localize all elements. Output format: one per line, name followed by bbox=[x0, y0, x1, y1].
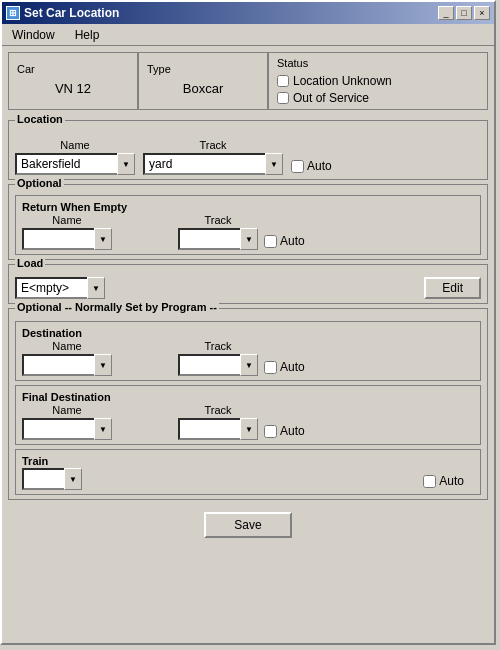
location-name-select-wrapper: Bakersfield ▼ bbox=[15, 153, 135, 175]
content-area: Car VN 12 Type Boxcar Status Location Un… bbox=[2, 46, 494, 548]
edit-button[interactable]: Edit bbox=[424, 277, 481, 299]
optional-name-select-wrapper: ▼ bbox=[22, 228, 112, 250]
car-value: VN 12 bbox=[55, 77, 91, 100]
dest-track-select-wrapper: ▼ bbox=[178, 354, 258, 376]
optional-auto-row: Auto bbox=[264, 234, 305, 248]
car-label: Car bbox=[17, 63, 35, 75]
final-auto-checkbox[interactable] bbox=[264, 425, 277, 438]
final-auto-row: Auto bbox=[264, 424, 305, 438]
optional-section: Optional Return When Empty Name ▼ bbox=[8, 184, 488, 260]
location-unknown-row: Location Unknown bbox=[277, 74, 479, 88]
dest-name-group: Name ▼ bbox=[22, 340, 112, 376]
load-select[interactable]: E<mpty> bbox=[15, 277, 105, 299]
optional-program-label: Optional -- Normally Set by Program -- bbox=[15, 301, 219, 313]
final-track-group: Track ▼ bbox=[178, 404, 258, 440]
location-section-label: Location bbox=[15, 113, 65, 125]
location-auto-label: Auto bbox=[307, 159, 332, 173]
dest-auto-checkbox[interactable] bbox=[264, 361, 277, 374]
optional-auto-checkbox[interactable] bbox=[264, 235, 277, 248]
type-label: Type bbox=[147, 63, 171, 75]
location-auto-checkbox[interactable] bbox=[291, 160, 304, 173]
train-auto-checkbox[interactable] bbox=[423, 475, 436, 488]
location-name-select[interactable]: Bakersfield bbox=[15, 153, 135, 175]
location-track-select-wrapper: yard ▼ bbox=[143, 153, 283, 175]
location-row: Name Bakersfield ▼ Track yard ▼ bbox=[15, 139, 481, 175]
destination-label: Destination bbox=[22, 327, 82, 339]
final-name-label: Name bbox=[22, 404, 112, 416]
maximize-button[interactable]: □ bbox=[456, 6, 472, 20]
save-row: Save bbox=[8, 512, 488, 542]
dest-name-select-wrapper: ▼ bbox=[22, 354, 112, 376]
train-auto-label: Auto bbox=[439, 474, 464, 488]
menu-help[interactable]: Help bbox=[69, 26, 106, 44]
optional-auto-label: Auto bbox=[280, 234, 305, 248]
train-box: Train ▼ Auto bbox=[15, 449, 481, 495]
dest-name-select[interactable] bbox=[22, 354, 112, 376]
status-cell: Status Location Unknown Out of Service bbox=[268, 52, 488, 110]
app-icon: ⊞ bbox=[6, 6, 20, 20]
optional-track-select-wrapper: ▼ bbox=[178, 228, 258, 250]
train-select[interactable] bbox=[22, 468, 82, 490]
location-track-select[interactable]: yard bbox=[143, 153, 283, 175]
return-when-empty-box: Return When Empty Name ▼ Track bbox=[15, 195, 481, 255]
optional-name-group: Name ▼ bbox=[22, 214, 112, 250]
status-label: Status bbox=[277, 57, 479, 69]
final-name-select-wrapper: ▼ bbox=[22, 418, 112, 440]
dest-auto-row: Auto bbox=[264, 360, 305, 374]
dest-track-group: Track ▼ bbox=[178, 340, 258, 376]
final-dest-fields-row: Name ▼ Track bbox=[22, 404, 474, 440]
title-buttons: _ □ × bbox=[438, 6, 490, 20]
location-track-label: Track bbox=[143, 139, 283, 151]
dest-track-label: Track bbox=[178, 340, 258, 352]
optional-track-select[interactable] bbox=[178, 228, 258, 250]
optional-section-label: Optional bbox=[15, 177, 64, 189]
location-unknown-checkbox[interactable] bbox=[277, 75, 289, 87]
final-name-select[interactable] bbox=[22, 418, 112, 440]
optional-program-section: Optional -- Normally Set by Program -- D… bbox=[8, 308, 488, 500]
load-section-label: Load bbox=[15, 257, 45, 269]
optional-name-select[interactable] bbox=[22, 228, 112, 250]
minimize-button[interactable]: _ bbox=[438, 6, 454, 20]
destination-box: Destination Name ▼ Track bbox=[15, 321, 481, 381]
menu-window[interactable]: Window bbox=[6, 26, 61, 44]
final-name-group: Name ▼ bbox=[22, 404, 112, 440]
dest-track-select[interactable] bbox=[178, 354, 258, 376]
final-track-label: Track bbox=[178, 404, 258, 416]
location-track-group: Track yard ▼ bbox=[143, 139, 283, 175]
menu-bar: Window Help bbox=[2, 24, 494, 46]
type-value: Boxcar bbox=[183, 77, 223, 100]
final-dest-label: Final Destination bbox=[22, 391, 111, 403]
final-auto-label: Auto bbox=[280, 424, 305, 438]
train-label: Train bbox=[22, 455, 48, 467]
final-track-select[interactable] bbox=[178, 418, 258, 440]
load-row: E<mpty> ▼ Edit bbox=[15, 277, 481, 299]
out-of-service-label: Out of Service bbox=[293, 91, 369, 105]
optional-name-label: Name bbox=[22, 214, 112, 226]
close-button[interactable]: × bbox=[474, 6, 490, 20]
train-fields-row: ▼ Auto bbox=[22, 468, 474, 490]
location-unknown-label: Location Unknown bbox=[293, 74, 392, 88]
optional-track-label: Track bbox=[178, 214, 258, 226]
save-button[interactable]: Save bbox=[204, 512, 291, 538]
location-auto-row: Auto bbox=[291, 159, 332, 173]
optional-track-group: Track ▼ bbox=[178, 214, 258, 250]
car-type-status-row: Car VN 12 Type Boxcar Status Location Un… bbox=[8, 52, 488, 110]
location-name-label: Name bbox=[15, 139, 135, 151]
optional-fields-row: Name ▼ Track bbox=[22, 214, 474, 250]
train-auto-row: Auto bbox=[423, 474, 464, 488]
type-cell: Type Boxcar bbox=[138, 52, 268, 110]
destination-fields-row: Name ▼ Track bbox=[22, 340, 474, 376]
load-select-wrapper: E<mpty> ▼ bbox=[15, 277, 105, 299]
return-when-empty-label: Return When Empty bbox=[22, 201, 127, 213]
final-dest-box: Final Destination Name ▼ Track bbox=[15, 385, 481, 445]
title-bar: ⊞ Set Car Location _ □ × bbox=[2, 2, 494, 24]
train-select-wrapper: ▼ bbox=[22, 468, 82, 490]
car-cell: Car VN 12 bbox=[8, 52, 138, 110]
main-window: ⊞ Set Car Location _ □ × Window Help Car… bbox=[0, 0, 496, 645]
load-section: Load E<mpty> ▼ Edit bbox=[8, 264, 488, 304]
final-track-select-wrapper: ▼ bbox=[178, 418, 258, 440]
location-section: Location Name Bakersfield ▼ Track bbox=[8, 120, 488, 180]
out-of-service-checkbox[interactable] bbox=[277, 92, 289, 104]
dest-auto-label: Auto bbox=[280, 360, 305, 374]
window-title: Set Car Location bbox=[24, 6, 119, 20]
